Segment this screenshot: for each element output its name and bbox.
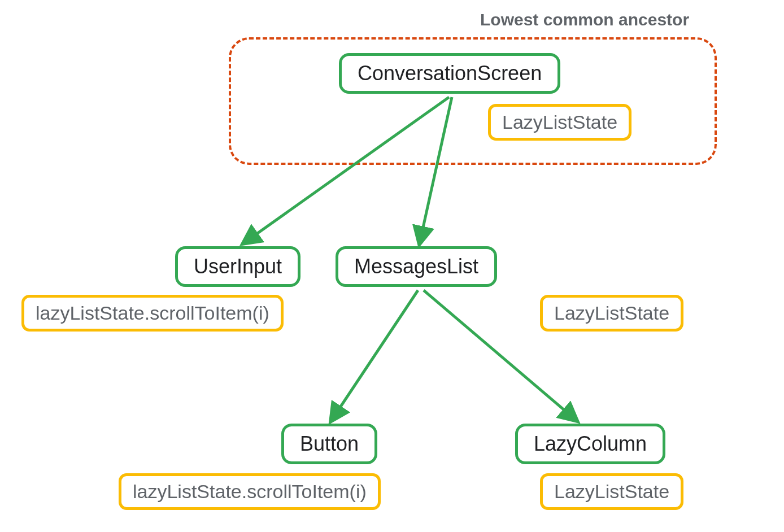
ancestor-label: Lowest common ancestor	[480, 10, 689, 29]
state-label: lazyListState.scrollToItem(i)	[133, 481, 367, 503]
state-lazy-column: LazyListState	[540, 473, 683, 510]
node-button: Button	[281, 424, 377, 464]
state-label: LazyListState	[554, 302, 669, 324]
node-label: ConversationScreen	[358, 62, 542, 85]
state-user-input: lazyListState.scrollToItem(i)	[21, 295, 284, 332]
node-label: LazyColumn	[534, 432, 647, 456]
arrow-messages-to-button	[332, 290, 418, 420]
node-lazy-column: LazyColumn	[515, 424, 665, 464]
node-label: Button	[300, 432, 359, 456]
state-button: lazyListState.scrollToItem(i)	[119, 473, 381, 510]
node-conversation-screen: ConversationScreen	[339, 53, 560, 94]
node-messages-list: MessagesList	[336, 246, 497, 287]
state-label: LazyListState	[502, 111, 617, 133]
node-user-input: UserInput	[175, 246, 300, 287]
state-label: lazyListState.scrollToItem(i)	[36, 302, 269, 324]
state-messages-list: LazyListState	[540, 295, 683, 332]
state-conversation-lazyliststate: LazyListState	[488, 104, 631, 141]
node-label: UserInput	[194, 255, 282, 278]
state-label: LazyListState	[554, 481, 669, 503]
node-label: MessagesList	[354, 255, 478, 278]
